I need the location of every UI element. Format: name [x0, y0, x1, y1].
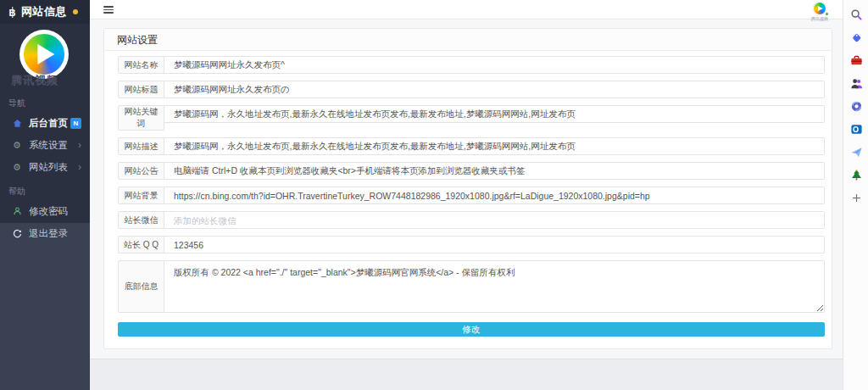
menu-toggle-icon[interactable] [103, 6, 114, 14]
webmaster-qq-input[interactable] [164, 236, 825, 254]
sidebar: B 网站信息 腾讯视频 导航 后台首页 N ⚙ 系统设置 [0, 0, 90, 390]
site-name-input[interactable] [164, 56, 825, 74]
admin-page: B 网站信息 腾讯视频 导航 后台首页 N ⚙ 系统设置 [0, 0, 868, 390]
edge-send-button[interactable] [843, 141, 868, 164]
brand-status-dot [73, 9, 78, 14]
form-row: 站长微信 [118, 211, 825, 229]
field-label: 站长 Q Q [118, 236, 164, 254]
form-row: 网站标题 [118, 81, 825, 98]
edge-tree-button[interactable] [843, 164, 868, 187]
edge-shopping-button[interactable] [843, 26, 868, 49]
footer-info-textarea[interactable]: 版权所有 © 2022 <a href="./" target="_blank"… [164, 260, 825, 313]
field-label: 网站标题 [118, 81, 164, 98]
webmaster-wechat-input[interactable] [164, 211, 825, 229]
logo-area: 腾讯视频 [0, 24, 90, 90]
site-background-input[interactable] [164, 187, 825, 204]
edge-tools-button[interactable] [843, 49, 868, 72]
form-row: 网站背景 [118, 187, 825, 204]
search-icon [850, 8, 863, 21]
site-title-input[interactable] [164, 81, 825, 98]
user-avatar[interactable]: 腾讯视频 [809, 2, 831, 23]
sidebar-item-label: 修改密码 [29, 205, 68, 218]
svg-text:B: B [9, 8, 16, 18]
edge-search-button[interactable] [843, 3, 868, 26]
shopping-tag-icon [850, 31, 863, 44]
gear-icon: ⚙ [11, 141, 23, 150]
bitcoin-icon: B [8, 7, 17, 18]
edge-outlook-button[interactable] [843, 118, 868, 141]
topbar: 腾讯视频 [90, 0, 843, 20]
toolbox-icon [850, 54, 863, 67]
field-label: 网站背景 [118, 187, 164, 204]
field-label: 网站公告 [118, 162, 164, 180]
tencent-video-logo [19, 30, 69, 79]
chevron-right-icon: › [78, 162, 81, 172]
panel-title: 网站设置 [104, 29, 832, 51]
outlook-icon [850, 123, 863, 136]
form-row: 底部信息 版权所有 © 2022 <a href="./" target="_b… [118, 260, 825, 313]
field-label: 底部信息 [118, 260, 164, 313]
user-icon [11, 206, 23, 216]
send-icon [850, 146, 863, 159]
field-label: 网站关键词 [118, 105, 164, 131]
sidebar-upper: B 网站信息 腾讯视频 导航 后台首页 N ⚙ 系统设置 [0, 0, 90, 223]
edge-add-button[interactable] [843, 187, 868, 209]
form-row: 站长 Q Q [118, 236, 825, 254]
footer-strip [90, 359, 843, 390]
home-icon [11, 119, 23, 128]
submit-button[interactable]: 修改 [118, 322, 825, 337]
new-badge: N [70, 118, 81, 129]
site-description-input[interactable] [164, 137, 825, 155]
site-keywords-input[interactable] [164, 105, 825, 123]
form-row: 网站关键词 [118, 105, 825, 131]
settings-form: 网站名称 网站标题 网站关键词 网站描述 网站公告 [104, 51, 832, 348]
brand-title: 网站信息 [21, 4, 67, 20]
help-section-label: 帮助 [8, 186, 90, 198]
sidebar-item-label: 退出登录 [29, 227, 68, 240]
sidebar-item-label: 网站列表 [29, 161, 68, 174]
sidebar-item-dashboard[interactable]: 后台首页 N [0, 112, 90, 134]
tree-icon [850, 169, 863, 181]
sidebar-item-logout[interactable]: 退出登录 [0, 222, 90, 244]
sidebar-item-change-password[interactable]: 修改密码 [0, 200, 90, 222]
edge-designer-button[interactable] [843, 95, 868, 118]
site-notice-input[interactable] [164, 162, 825, 180]
field-label: 网站名称 [118, 56, 164, 74]
site-settings-panel: 网站设置 网站名称 网站标题 网站关键词 网站描述 [103, 28, 832, 349]
form-row: 网站公告 [118, 162, 825, 180]
form-row: 网站名称 [118, 56, 825, 74]
sidebar-item-label: 系统设置 [29, 139, 68, 152]
avatar-label: 腾讯视频 [810, 16, 829, 23]
field-label: 站长微信 [118, 211, 164, 229]
brand: B 网站信息 [0, 0, 90, 24]
logout-icon [11, 229, 23, 238]
form-row: 网站描述 [118, 137, 825, 155]
add-icon [851, 192, 862, 203]
edge-people-button[interactable] [843, 72, 868, 95]
main-content: 网站设置 网站名称 网站标题 网站关键词 网站描述 [90, 20, 843, 359]
sidebar-item-label: 后台首页 [29, 117, 68, 130]
browser-edge-rail [843, 0, 868, 390]
sidebar-item-system-settings[interactable]: ⚙ 系统设置 › [0, 134, 90, 156]
sidebar-item-site-list[interactable]: ⚙ 网站列表 › [0, 156, 90, 178]
logo-watermark-text: 腾讯视频 [11, 73, 58, 88]
field-label: 网站描述 [118, 137, 164, 155]
designer-icon [850, 100, 863, 113]
nav-section-label: 导航 [8, 98, 90, 109]
people-icon [850, 77, 863, 90]
chevron-right-icon: › [78, 140, 81, 150]
gear-icon: ⚙ [11, 163, 23, 172]
